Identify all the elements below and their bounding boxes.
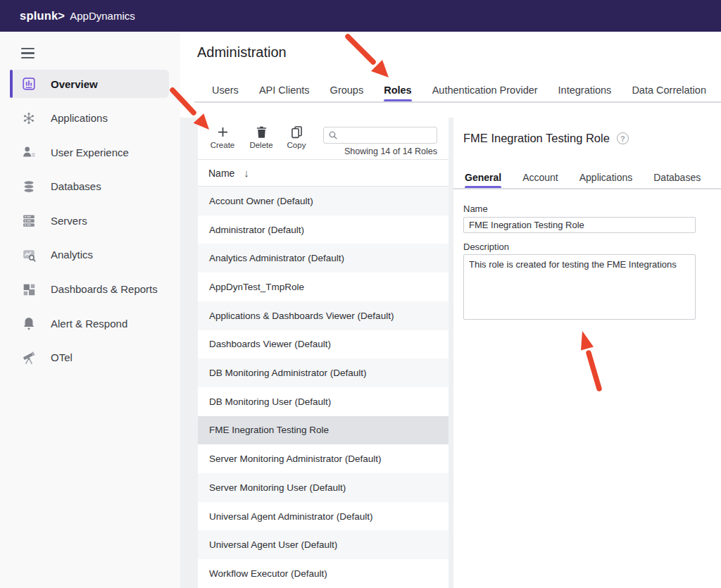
create-button-label: Create <box>203 141 242 149</box>
tab-groups[interactable]: Groups <box>330 78 364 101</box>
databases-icon <box>21 179 37 194</box>
role-name-input[interactable] <box>463 217 696 233</box>
table-header-name[interactable]: Name ↓ <box>198 160 449 187</box>
admin-tabs: UsersAPI ClientsGroupsRolesAuthenticatio… <box>212 78 706 101</box>
table-row[interactable]: DB Monitoring Administrator (Default) <box>198 358 449 387</box>
tab-users[interactable]: Users <box>212 78 239 101</box>
search-icon <box>328 130 338 140</box>
sidebar-item-servers[interactable]: Servers <box>10 206 169 234</box>
sidebar-item-analytics[interactable]: Analytics <box>10 241 169 269</box>
roles-table-body: Account Owner (Default)Administrator (De… <box>198 187 449 588</box>
copy-icon <box>277 125 316 140</box>
sidebar: OverviewApplicationsUser ExperienceDatab… <box>0 32 180 588</box>
tab-integrations[interactable]: Integrations <box>558 78 612 101</box>
table-row[interactable]: Dashboards Viewer (Default) <box>198 330 449 359</box>
roles-toolbar: Create Delete Copy Showing 14 of <box>198 118 449 160</box>
copy-button[interactable]: Copy <box>277 125 316 149</box>
detail-tab-general[interactable]: General <box>465 167 501 188</box>
sidebar-item-dashboards-reports[interactable]: Dashboards & Reports <box>10 275 169 304</box>
overview-icon <box>21 76 37 92</box>
table-row[interactable]: Universal Agent Administrator (Default) <box>198 502 449 531</box>
tabs-divider <box>194 101 721 103</box>
tab-roles[interactable]: Roles <box>384 78 412 101</box>
sidebar-item-label: Servers <box>51 215 87 227</box>
trash-icon <box>242 125 281 140</box>
detail-tab-account[interactable]: Account <box>522 167 558 188</box>
header: Administration UsersAPI ClientsGroupsRol… <box>180 32 721 118</box>
delete-button-label: Delete <box>242 141 281 149</box>
table-row-selected[interactable]: FME Inegration Testing Role <box>198 416 449 445</box>
plus-icon <box>203 125 242 140</box>
showing-count: Showing 14 of 14 Roles <box>323 146 437 156</box>
menu-toggle-button[interactable] <box>21 48 35 61</box>
table-row[interactable]: Server Monitoring User (Default) <box>198 473 449 502</box>
search-box[interactable] <box>323 127 437 144</box>
sidebar-item-label: User Experience <box>51 146 129 158</box>
logo-splunk-text: splunk> <box>20 9 65 23</box>
table-row[interactable]: Universal Agent User (Default) <box>198 530 449 559</box>
sidebar-item-databases[interactable]: Databases <box>10 173 169 201</box>
tab-authentication-provider[interactable]: Authentication Provider <box>432 78 538 101</box>
servers-icon <box>21 213 37 228</box>
name-column-label: Name <box>208 168 234 179</box>
search-input[interactable] <box>338 127 437 143</box>
table-row[interactable]: Workflow Executor (Default) <box>198 559 449 588</box>
tab-api-clients[interactable]: API Clients <box>259 78 310 101</box>
role-detail-tabs: GeneralAccountApplicationsDatabases <box>465 167 701 188</box>
sidebar-nav: OverviewApplicationsUser ExperienceDatab… <box>0 70 180 377</box>
dashboards-icon <box>21 282 37 297</box>
applications-icon <box>21 111 37 126</box>
tab-data-correlation[interactable]: Data Correlation <box>632 78 706 101</box>
sidebar-item-label: OTel <box>51 351 73 363</box>
table-row[interactable]: Account Owner (Default) <box>198 187 449 215</box>
splunk-appdynamics-logo[interactable]: splunk> AppDynamics <box>20 9 135 23</box>
sidebar-item-otel[interactable]: OTel <box>10 344 169 372</box>
sidebar-item-label: Databases <box>51 180 101 192</box>
help-icon[interactable]: ? <box>617 132 629 144</box>
table-row[interactable]: Applications & Dashboards Viewer (Defaul… <box>198 301 449 330</box>
sidebar-item-overview[interactable]: Overview <box>10 70 169 98</box>
logo-product-text: AppDynamics <box>70 10 135 22</box>
sidebar-item-label: Alert & Respond <box>51 318 127 330</box>
role-description-textarea[interactable]: This role is created for testing the FME… <box>463 254 696 320</box>
sidebar-item-label: Dashboards & Reports <box>51 283 158 295</box>
sidebar-item-label: Applications <box>51 112 108 124</box>
alert-icon <box>21 315 37 331</box>
role-detail-header: FME Inegration Testing Role ? <box>463 132 629 145</box>
detail-tabs-divider <box>453 188 721 189</box>
user-experience-icon <box>21 144 37 160</box>
description-field-label: Description <box>463 242 509 252</box>
name-field-label: Name <box>463 204 488 214</box>
detail-tab-databases[interactable]: Databases <box>653 167 701 188</box>
delete-button[interactable]: Delete <box>242 125 281 149</box>
table-row[interactable]: Server Monitoring Administrator (Default… <box>198 444 449 473</box>
sidebar-item-user-experience[interactable]: User Experience <box>10 138 169 166</box>
sort-descending-icon[interactable]: ↓ <box>244 167 249 179</box>
sidebar-item-label: Analytics <box>51 249 93 261</box>
table-row[interactable]: AppDynTest_TmpRole <box>198 273 449 301</box>
sidebar-item-applications[interactable]: Applications <box>10 104 169 132</box>
sidebar-item-alert-respond[interactable]: Alert & Respond <box>10 309 169 337</box>
copy-button-label: Copy <box>277 141 316 149</box>
otel-icon <box>21 350 37 365</box>
detail-tab-applications[interactable]: Applications <box>579 167 633 188</box>
table-row[interactable]: DB Monitoring User (Default) <box>198 387 449 416</box>
table-row[interactable]: Analytics Administrator (Default) <box>198 244 449 273</box>
topbar: splunk> AppDynamics <box>0 0 721 32</box>
active-indicator <box>10 70 13 98</box>
role-detail-title: FME Inegration Testing Role <box>463 132 610 145</box>
create-button[interactable]: Create <box>203 125 242 149</box>
page-title: Administration <box>197 44 287 61</box>
sidebar-item-label: Overview <box>51 78 98 90</box>
roles-list-panel: Create Delete Copy Showing 14 of <box>198 118 449 588</box>
role-detail-panel: FME Inegration Testing Role ? GeneralAcc… <box>453 118 721 588</box>
analytics-icon <box>21 247 37 263</box>
table-row[interactable]: Administrator (Default) <box>198 215 449 244</box>
